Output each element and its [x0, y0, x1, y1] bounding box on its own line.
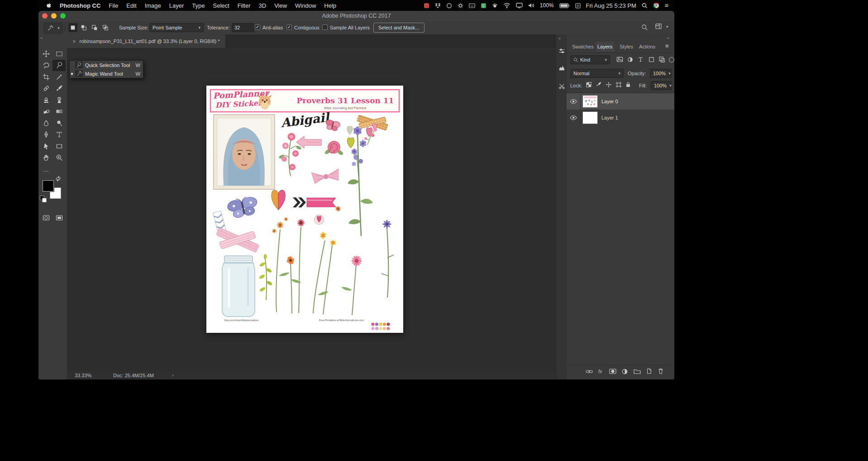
notification-list-icon[interactable]: ≡: [665, 2, 669, 9]
wifi-icon[interactable]: [503, 3, 510, 8]
menu-select[interactable]: Select: [213, 2, 229, 9]
tab-styles[interactable]: Styles: [618, 42, 635, 52]
selection-mode-intersect[interactable]: [101, 23, 110, 32]
sample-all-layers-label[interactable]: Sample All Layers: [330, 25, 370, 30]
paw-icon[interactable]: [492, 3, 498, 9]
filter-adjustment-layers-icon[interactable]: [627, 56, 634, 63]
tool-preset-picker[interactable]: ▾: [44, 23, 63, 34]
status-menu-chevron-icon[interactable]: ›: [172, 372, 174, 378]
layer-row-1[interactable]: Layer 1: [567, 110, 674, 126]
zoom-level-field[interactable]: 33.33%: [75, 373, 91, 378]
menu-image[interactable]: Image: [145, 2, 161, 9]
menu-file[interactable]: File: [109, 2, 118, 9]
opacity-field[interactable]: 100% ▾: [650, 69, 672, 78]
gradient-tool[interactable]: [52, 106, 66, 117]
filter-smart-object-icon[interactable]: [658, 56, 665, 63]
display-icon[interactable]: [516, 3, 523, 8]
lock-position-icon[interactable]: [606, 82, 612, 88]
panel-menu-icon[interactable]: ≡: [665, 43, 669, 49]
contiguous-checkbox[interactable]: ✓: [286, 24, 292, 30]
lock-all-icon[interactable]: [625, 82, 631, 88]
quick-selection-tool[interactable]: [52, 60, 66, 71]
layer-thumbnail[interactable]: [582, 95, 598, 108]
apple-icon[interactable]: [46, 2, 52, 9]
tab-actions[interactable]: Actions: [637, 42, 657, 52]
tab-layers[interactable]: Layers: [596, 42, 614, 52]
doc-size-readout[interactable]: Doc: 25.4M/25.4M: [113, 373, 154, 378]
swap-colors-icon[interactable]: [55, 176, 62, 182]
collapse-panels-icon[interactable]: ‹‹: [667, 36, 669, 40]
dodge-tool[interactable]: [52, 117, 66, 129]
canvas-area[interactable]: PomPlanner DIY Stickers Proverbs 31 Less…: [67, 48, 556, 371]
menubar-clock[interactable]: Fri Aug 25 5:23 PM: [586, 2, 636, 9]
dropbox-icon[interactable]: [435, 3, 441, 9]
keyboard-icon[interactable]: [469, 3, 475, 8]
tolerance-input[interactable]: [232, 23, 254, 32]
chrome-icon[interactable]: [653, 2, 659, 9]
sample-size-dropdown[interactable]: Point Sample ▾: [149, 23, 204, 32]
selection-mode-new[interactable]: [68, 23, 77, 32]
selection-mode-subtract[interactable]: [90, 23, 99, 32]
lasso-tool[interactable]: [39, 60, 52, 71]
layer-row-0[interactable]: Layer 0: [567, 93, 674, 110]
marquee-tool[interactable]: [52, 48, 66, 59]
lock-pixels-icon[interactable]: [596, 82, 602, 88]
menu-type[interactable]: Type: [192, 2, 205, 9]
circle-status-icon[interactable]: [446, 3, 452, 9]
layer-name[interactable]: Layer 1: [601, 115, 618, 120]
hand-tool[interactable]: [39, 152, 52, 163]
layer-effects-icon[interactable]: fx: [598, 369, 602, 374]
new-group-icon[interactable]: [634, 368, 641, 374]
lock-artboard-icon[interactable]: [615, 82, 622, 88]
selection-mode-add[interactable]: [79, 23, 88, 32]
filter-toggle[interactable]: [669, 57, 674, 62]
move-tool[interactable]: [39, 48, 52, 59]
menu-help[interactable]: Help: [324, 2, 336, 9]
new-layer-icon[interactable]: [646, 368, 652, 375]
record-status-icon[interactable]: [424, 3, 429, 9]
antialias-checkbox[interactable]: ✓: [255, 24, 260, 30]
type-tool[interactable]: [52, 129, 66, 140]
path-selection-tool[interactable]: [39, 140, 52, 152]
tab-swatches[interactable]: Swatches: [570, 42, 596, 52]
collapsed-panel-scissors-icon[interactable]: [558, 82, 565, 90]
spotlight-search-icon[interactable]: [642, 3, 648, 9]
edit-toolbar-button[interactable]: …: [39, 164, 52, 175]
collapse-tools-icon[interactable]: ‹‹: [40, 36, 42, 40]
default-colors-icon-bg[interactable]: [42, 198, 47, 202]
sample-all-layers-checkbox[interactable]: [322, 24, 328, 30]
blur-tool[interactable]: [39, 117, 52, 129]
adjustment-layer-icon[interactable]: [621, 368, 628, 375]
quick-mask-button[interactable]: [39, 212, 52, 223]
expand-dock-icon[interactable]: ‹‹: [558, 36, 560, 41]
delete-layer-icon[interactable]: [658, 368, 664, 375]
document-canvas[interactable]: PomPlanner DIY Stickers Proverbs 31 Less…: [206, 86, 403, 333]
menu-edit[interactable]: Edit: [126, 2, 136, 9]
workspace-switcher[interactable]: ▾: [655, 23, 668, 30]
collapsed-panel-sliders-icon[interactable]: [558, 47, 565, 54]
antialias-label[interactable]: Anti-alias: [262, 25, 283, 30]
select-and-mask-button[interactable]: Select and Mask...: [373, 23, 424, 33]
flyout-magic-wand[interactable]: Magic Wand Tool W: [70, 69, 143, 78]
gear-icon[interactable]: [458, 3, 463, 9]
spot-healing-brush-tool[interactable]: [39, 83, 52, 94]
link-layers-icon[interactable]: [586, 369, 593, 375]
eraser-tool[interactable]: [39, 106, 52, 117]
layer-visibility-toggle[interactable]: [567, 93, 581, 110]
filter-shape-layers-icon[interactable]: [648, 56, 655, 63]
document-tab[interactable]: × robinsampson_P31_L11_art01.pdf @ 33.3%…: [67, 34, 226, 48]
menu-window[interactable]: Window: [295, 2, 316, 9]
clipboard-icon[interactable]: [575, 3, 581, 9]
menu-app-name[interactable]: Photoshop CC: [60, 2, 100, 9]
rectangle-shape-tool[interactable]: [52, 140, 66, 152]
zoom-tool[interactable]: [52, 152, 66, 163]
volume-icon[interactable]: [528, 3, 534, 8]
brush-tool[interactable]: [52, 83, 66, 94]
eyedropper-tool[interactable]: [52, 71, 66, 82]
menu-layer[interactable]: Layer: [169, 2, 184, 9]
fill-field[interactable]: 100% ▾: [651, 81, 672, 90]
menu-3d[interactable]: 3D: [259, 2, 267, 9]
layer-visibility-toggle[interactable]: [567, 110, 581, 126]
menu-filter[interactable]: Filter: [238, 2, 251, 9]
foreground-color-swatch[interactable]: [43, 180, 54, 192]
